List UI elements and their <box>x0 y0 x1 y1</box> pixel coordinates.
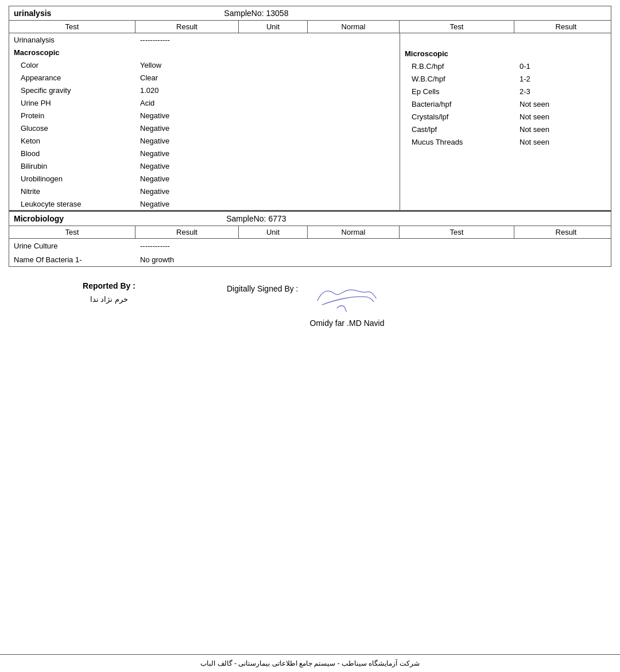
col-result1: Result <box>135 21 239 33</box>
microbiology-data-area: Urine Culture ------------ Name Of Bacte… <box>9 239 611 267</box>
microbiology-section-header: Microbiology SampleNo: 6773 <box>9 211 611 226</box>
table-row: Blood Negative <box>9 147 400 160</box>
left-result: Negative <box>135 172 239 185</box>
urinalysis-col-headers: Test Result Unit Normal Test Result <box>9 20 611 33</box>
left-test: Color <box>9 59 135 71</box>
signature-image: Omidy far .MD Navid <box>310 281 385 328</box>
left-result: Clear <box>135 71 239 84</box>
right-result: Not seen <box>515 98 618 110</box>
table-row: Name Of Bacteria 1- No growth <box>9 253 611 266</box>
left-unit <box>239 84 308 96</box>
left-unit <box>239 197 308 210</box>
table-row: Macroscopic <box>9 46 400 59</box>
micro-col-result1: Result <box>135 226 239 238</box>
right-result: Not seen <box>515 123 618 135</box>
microbiology-title: Microbiology <box>9 212 135 226</box>
left-result: Negative <box>135 147 239 160</box>
left-unit <box>239 172 308 185</box>
col-result2: Result <box>514 21 618 33</box>
right-result: 0-1 <box>515 60 618 72</box>
right-test: Crystals/lpf <box>400 110 515 123</box>
micro-test2 <box>400 239 514 253</box>
table-row: Nitrite Negative <box>9 185 400 197</box>
table-row: Urobilinogen Negative <box>9 172 400 185</box>
right-rows-container: R.B.C/hpf 0-1 W.B.C/hpf 1-2 Ep Cells 2-3… <box>400 60 618 148</box>
reported-by-name: خرم نژاد ندا <box>14 295 204 304</box>
right-test: Bacteria/hpf <box>400 98 515 110</box>
left-normal <box>308 160 400 172</box>
left-test: Glucose <box>9 122 135 134</box>
micro-normal <box>308 253 400 266</box>
micro-result2 <box>514 239 618 253</box>
left-result: Negative <box>135 185 239 197</box>
table-row: W.B.C/hpf 1-2 <box>400 72 618 85</box>
left-normal <box>308 197 400 210</box>
footer-text: شرکت آزمایشگاه سیناطب - سیستم جامع اطلاع… <box>200 659 419 667</box>
reported-by-label: Reported By : <box>14 281 204 290</box>
left-result: Negative <box>135 109 239 122</box>
left-normal <box>308 96 400 109</box>
left-result: Negative <box>135 134 239 147</box>
reported-by-section: Reported By : خرم نژاد ندا <box>14 281 204 328</box>
right-result: Not seen <box>515 110 618 123</box>
micro-col-test2: Test <box>400 226 514 238</box>
micro-test: Name Of Bacteria 1- <box>9 253 135 266</box>
right-result: 2-3 <box>515 85 618 98</box>
table-row: Crystals/lpf Not seen <box>400 110 618 123</box>
microscopic-label: Microscopic <box>400 47 515 60</box>
right-test: Mucus Threads <box>400 135 515 148</box>
left-normal <box>308 134 400 147</box>
table-row: Appearance Clear <box>9 71 400 84</box>
table-row: Urinanalysis ------------ <box>9 33 400 46</box>
urinalysis-right-section: Microscopic R.B.C/hpf 0-1 W.B.C/hpf 1-2 … <box>400 33 618 210</box>
left-result: Negative <box>135 122 239 134</box>
left-test: Protein <box>9 109 135 122</box>
right-result: 1-2 <box>515 72 618 85</box>
micro-col-result2: Result <box>514 226 618 238</box>
right-test: W.B.C/hpf <box>400 72 515 85</box>
urinanalysis-normal <box>308 33 400 46</box>
left-result: Negative <box>135 197 239 210</box>
left-result: 1.020 <box>135 84 239 96</box>
microbiology-sample-no: SampleNo: 6773 <box>135 212 377 226</box>
left-normal <box>308 59 400 71</box>
left-unit <box>239 185 308 197</box>
table-row: Color Yellow <box>9 59 400 71</box>
urinalysis-sample-no: SampleNo: 13058 <box>135 6 377 20</box>
micro-unit <box>239 239 308 253</box>
left-unit <box>239 71 308 84</box>
urinalysis-data-area: Urinanalysis ------------ Macroscopic Co… <box>9 33 611 211</box>
left-unit <box>239 96 308 109</box>
table-row: Mucus Threads Not seen <box>400 135 618 148</box>
table-row: Ep Cells 2-3 <box>400 85 618 98</box>
left-test: Nitrite <box>9 185 135 197</box>
left-unit <box>239 122 308 134</box>
micro-result2 <box>514 253 618 266</box>
digitally-signed-section: Digitally Signed By : Omidy far .MD Navi… <box>227 281 606 328</box>
left-normal <box>308 84 400 96</box>
left-normal <box>308 122 400 134</box>
left-result: Yellow <box>135 59 239 71</box>
macroscopic-label: Macroscopic <box>9 46 135 59</box>
page: urinalysis SampleNo: 13058 Test Result U… <box>0 0 620 672</box>
urinalysis-section-header: urinalysis SampleNo: 13058 <box>9 6 611 20</box>
urinanalysis-label: Urinanalysis <box>9 33 135 46</box>
left-test: Appearance <box>9 71 135 84</box>
micro-unit <box>239 253 308 266</box>
table-row: Bilirubin Negative <box>9 160 400 172</box>
micro-test2 <box>400 253 514 266</box>
left-test: Urobilinogen <box>9 172 135 185</box>
footer: شرکت آزمایشگاه سیناطب - سیستم جامع اطلاع… <box>0 654 620 672</box>
left-normal <box>308 172 400 185</box>
left-unit <box>239 147 308 160</box>
left-test: Leukocyte sterase <box>9 197 135 210</box>
urinalysis-title: urinalysis <box>9 6 135 20</box>
col-test1: Test <box>9 21 135 33</box>
left-unit <box>239 109 308 122</box>
table-row: Cast/lpf Not seen <box>400 123 618 135</box>
right-test: Cast/lpf <box>400 123 515 135</box>
urinanalysis-unit <box>239 33 308 46</box>
left-result: Acid <box>135 96 239 109</box>
signature-svg <box>312 281 381 316</box>
col-test2: Test <box>400 21 514 33</box>
